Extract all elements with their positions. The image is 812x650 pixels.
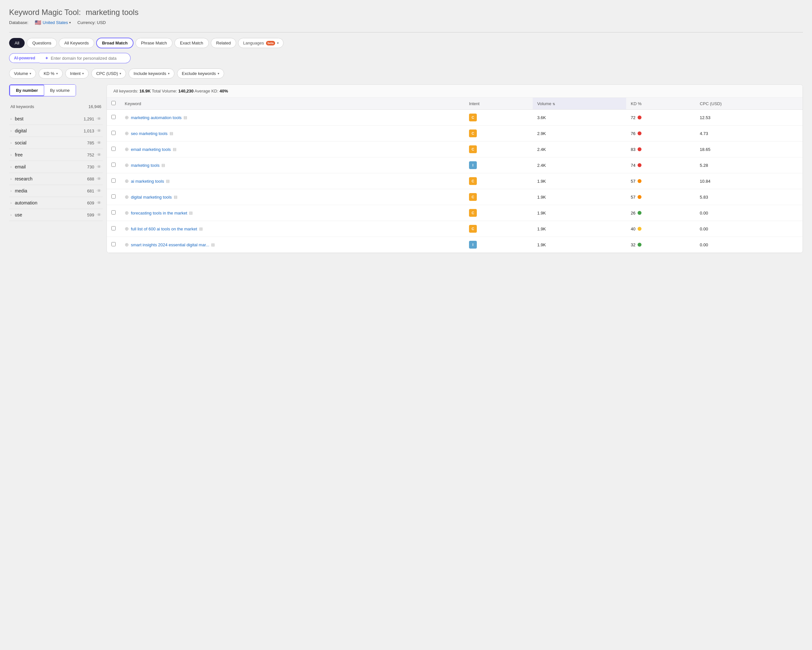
select-all-checkbox[interactable]	[111, 101, 116, 105]
sidebar-item-label: free	[15, 152, 87, 157]
total-volume-val: 140,230	[178, 88, 194, 93]
tab-all-keywords[interactable]: All Keywords	[59, 38, 94, 48]
keyword-link[interactable]: ⊕ marketing tools ▤	[125, 162, 460, 168]
sort-icon: ⇅	[553, 102, 555, 106]
sidebar-item-count: 1,291	[84, 117, 94, 121]
keyword-text: email marketing tools	[131, 147, 171, 152]
filter-volume[interactable]: Volume ▾	[9, 69, 36, 79]
document-icon: ▤	[173, 147, 176, 152]
tab-questions[interactable]: Questions	[27, 38, 57, 48]
kd-value: 57	[631, 195, 635, 199]
th-cpc: CPC (USD)	[695, 98, 803, 110]
sidebar-item[interactable]: › use 599 👁	[9, 209, 103, 221]
keyword-link[interactable]: ⊕ seo marketing tools ▤	[125, 131, 460, 136]
row-intent-cell: C	[464, 189, 533, 205]
row-checkbox-cell	[107, 157, 120, 173]
sidebar-item[interactable]: › automation 609 👁	[9, 197, 103, 209]
tab-related[interactable]: Related	[211, 38, 237, 48]
row-checkbox[interactable]	[111, 163, 116, 167]
tab-exact-match[interactable]: Exact Match	[174, 38, 209, 48]
row-checkbox[interactable]	[111, 115, 116, 119]
sidebar-item[interactable]: › digital 1,013 👁	[9, 125, 103, 137]
filters-row: Volume ▾ KD % ▾ Intent ▾ CPC (USD) ▾ Inc…	[9, 69, 803, 79]
eye-icon[interactable]: 👁	[97, 188, 101, 193]
filter-include[interactable]: Include keywords ▾	[129, 69, 174, 79]
row-checkbox-cell	[107, 126, 120, 142]
row-checkbox[interactable]	[111, 194, 116, 199]
chevron-right-icon: ›	[11, 201, 12, 205]
database-row: Database: 🇺🇸 United States ▾ Currency: U…	[9, 20, 803, 26]
kd-dot	[638, 131, 641, 135]
sidebar-item[interactable]: › research 688 👁	[9, 173, 103, 185]
title-bold: Keyword Magic Tool:	[9, 8, 81, 17]
intent-badge: C	[469, 225, 477, 233]
keyword-link[interactable]: ⊕ email marketing tools ▤	[125, 146, 460, 152]
filter-cpc[interactable]: CPC (USD) ▾	[91, 69, 126, 79]
page-container: Keyword Magic Tool: marketing tools Data…	[0, 0, 812, 650]
eye-icon[interactable]: 👁	[97, 116, 101, 121]
tab-phrase-match[interactable]: Phrase Match	[136, 38, 172, 48]
tab-all[interactable]: All	[9, 38, 25, 48]
add-keyword-icon: ⊕	[125, 146, 129, 152]
country-selector[interactable]: 🇺🇸 United States ▾	[35, 20, 71, 26]
sidebar-item[interactable]: › free 752 👁	[9, 149, 103, 161]
sidebar-item[interactable]: › email 730 👁	[9, 161, 103, 173]
filter-exclude[interactable]: Exclude keywords ▾	[177, 69, 224, 79]
chevron-down-icon: ▾	[218, 72, 219, 75]
table-row: ⊕ smart insights 2024 essential digital …	[107, 237, 803, 253]
table-section: All keywords: 16.9K Total Volume: 140,23…	[107, 84, 803, 253]
eye-icon[interactable]: 👁	[97, 212, 101, 218]
keyword-text: forecasting tools in the market	[131, 211, 187, 216]
th-volume[interactable]: Volume ⇅	[533, 98, 626, 110]
by-number-button[interactable]: By number	[9, 85, 44, 96]
by-volume-button[interactable]: By volume	[44, 85, 76, 96]
keyword-link[interactable]: ⊕ marketing automation tools ▤	[125, 114, 460, 120]
th-keyword: Keyword	[120, 98, 464, 110]
filter-cpc-label: CPC (USD)	[96, 71, 118, 76]
keyword-link[interactable]: ⊕ forecasting tools in the market ▤	[125, 210, 460, 216]
sidebar-item[interactable]: › media 681 👁	[9, 185, 103, 197]
filter-intent[interactable]: Intent ▾	[65, 69, 89, 79]
eye-icon[interactable]: 👁	[97, 200, 101, 206]
add-keyword-icon: ⊕	[125, 178, 129, 184]
domain-input[interactable]	[51, 56, 125, 61]
keyword-link[interactable]: ⊕ smart insights 2024 essential digital …	[125, 242, 460, 248]
tab-broad-match[interactable]: Broad Match	[96, 38, 133, 48]
eye-icon[interactable]: 👁	[97, 128, 101, 133]
keyword-link[interactable]: ⊕ full list of 600 ai tools on the marke…	[125, 226, 460, 232]
kd-dot	[638, 116, 641, 119]
eye-icon[interactable]: 👁	[97, 176, 101, 181]
ai-input-wrapper[interactable]: ✦	[40, 53, 131, 63]
chevron-down-icon: ▾	[56, 72, 58, 75]
eye-icon[interactable]: 👁	[97, 164, 101, 169]
document-icon: ▤	[169, 131, 173, 135]
row-cpc-cell: 4.73	[695, 126, 803, 142]
row-cpc-cell: 0.00	[695, 205, 803, 221]
sidebar-item[interactable]: › best 1,291 👁	[9, 113, 103, 125]
row-keyword-cell: ⊕ marketing automation tools ▤	[120, 110, 464, 126]
row-kd-cell: 74	[626, 157, 695, 173]
row-keyword-cell: ⊕ ai marketing tools ▤	[120, 173, 464, 189]
row-volume-cell: 2.4K	[533, 157, 626, 173]
row-checkbox[interactable]	[111, 242, 116, 246]
row-checkbox[interactable]	[111, 147, 116, 151]
tab-languages[interactable]: Languages beta ▾	[238, 38, 284, 48]
keyword-link[interactable]: ⊕ digital marketing tools ▤	[125, 194, 460, 200]
eye-icon[interactable]: 👁	[97, 152, 101, 157]
stats-bar: All keywords: 16.9K Total Volume: 140,23…	[107, 85, 803, 98]
filter-kd[interactable]: KD % ▾	[39, 69, 63, 79]
document-icon: ▤	[189, 211, 192, 215]
chevron-right-icon: ›	[11, 129, 12, 133]
document-icon: ▤	[199, 227, 203, 231]
filter-exclude-label: Exclude keywords	[182, 71, 216, 76]
chevron-down-icon: ▾	[69, 21, 71, 24]
row-checkbox[interactable]	[111, 226, 116, 230]
row-checkbox[interactable]	[111, 131, 116, 135]
row-checkbox[interactable]	[111, 178, 116, 183]
sidebar-item[interactable]: › social 785 👁	[9, 137, 103, 149]
eye-icon[interactable]: 👁	[97, 140, 101, 145]
keyword-link[interactable]: ⊕ ai marketing tools ▤	[125, 178, 460, 184]
row-checkbox[interactable]	[111, 210, 116, 215]
intent-badge: I	[469, 241, 477, 248]
row-volume-cell: 1.9K	[533, 237, 626, 253]
